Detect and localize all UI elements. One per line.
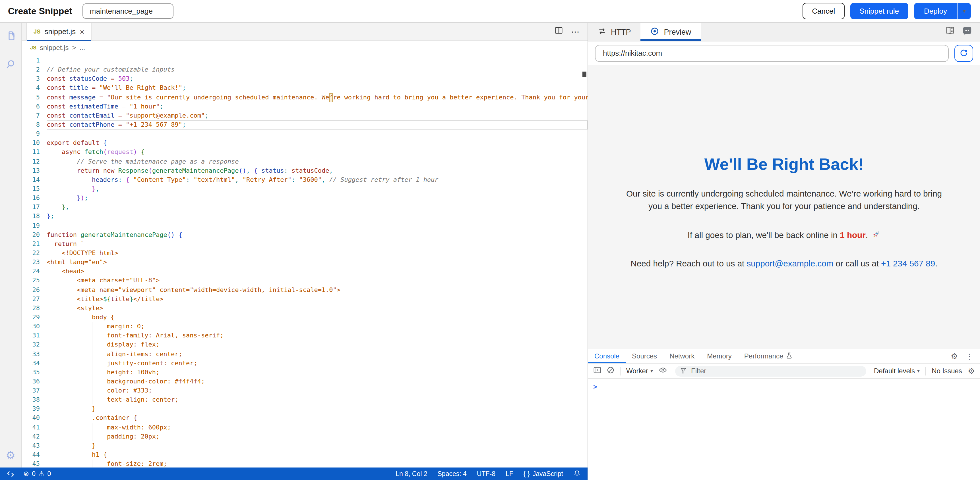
code-line[interactable]: 6const estimatedTime = "1 hour"; bbox=[22, 102, 587, 111]
snippet-name-input[interactable] bbox=[83, 3, 173, 19]
sources-tab-label[interactable]: Sources bbox=[632, 352, 657, 360]
remote-indicator-icon[interactable] bbox=[7, 470, 14, 477]
cancel-button[interactable]: Cancel bbox=[802, 3, 845, 19]
code-line[interactable]: 37color: #333; bbox=[22, 386, 587, 395]
filter-input[interactable] bbox=[690, 366, 861, 375]
clear-console-icon[interactable] bbox=[607, 366, 614, 376]
context-label[interactable]: Worker bbox=[626, 367, 648, 375]
code-line[interactable]: 29body { bbox=[22, 313, 587, 322]
code-line[interactable]: 41max-width: 600px; bbox=[22, 423, 587, 432]
code-line[interactable]: 31font-family: Arial, sans-serif; bbox=[22, 331, 587, 340]
code-line[interactable]: 3const statusCode = 503; bbox=[22, 75, 587, 84]
tab-snippet-js[interactable]: JS snippet.js × bbox=[26, 23, 92, 40]
reload-button[interactable] bbox=[955, 44, 973, 62]
devtools-tab-memory[interactable]: Memory bbox=[701, 349, 738, 363]
more-actions-icon[interactable]: ⋯ bbox=[571, 27, 581, 36]
code-line[interactable]: 13return new Response(generateMaintenanc… bbox=[22, 166, 587, 175]
live-expression-eye-icon[interactable] bbox=[659, 366, 667, 376]
eol-setting[interactable]: LF bbox=[506, 470, 513, 477]
tab-http[interactable]: HTTP bbox=[588, 23, 641, 41]
code-line[interactable]: 39} bbox=[22, 405, 587, 414]
code-line[interactable]: 23<html lang="en"> bbox=[22, 258, 587, 267]
code-line[interactable]: 21return ` bbox=[22, 240, 587, 249]
code-line[interactable]: 2// Define your customizable inputs bbox=[22, 65, 587, 74]
console-tab-label[interactable]: Console bbox=[594, 352, 619, 360]
code-line[interactable]: 27<title>${title}</title> bbox=[22, 295, 587, 304]
search-icon[interactable] bbox=[4, 58, 17, 70]
code-line[interactable]: 7const contactEmail = "support@example.c… bbox=[22, 111, 587, 120]
scrollbar-thumb[interactable] bbox=[582, 71, 586, 77]
code-line[interactable]: 45font-size: 2rem; bbox=[22, 459, 587, 467]
log-levels-label[interactable]: Default levels bbox=[874, 367, 915, 375]
support-email-link[interactable]: support@example.com bbox=[747, 259, 834, 268]
code-line[interactable]: 33align-items: center; bbox=[22, 350, 587, 359]
code-line[interactable]: 20function generateMaintenancePage() { bbox=[22, 230, 587, 239]
devtools-tab-sources[interactable]: Sources bbox=[626, 349, 663, 363]
code-line[interactable]: 22<!DOCTYPE html> bbox=[22, 249, 587, 258]
devtools-tab-network[interactable]: Network bbox=[663, 349, 701, 363]
network-tab-label[interactable]: Network bbox=[670, 352, 694, 360]
context-selector[interactable]: Worker ▾ bbox=[626, 367, 653, 375]
code-line[interactable]: 8const contactPhone = "+1 234 567 89"; bbox=[22, 120, 587, 130]
code-line[interactable]: 11async fetch(request) { bbox=[22, 148, 587, 157]
indent-setting[interactable]: Spaces: 4 bbox=[438, 470, 467, 477]
console-settings-gear-icon[interactable]: ⚙ bbox=[968, 367, 975, 375]
code-line[interactable]: 40.container { bbox=[22, 414, 587, 423]
code-line[interactable]: 5const message = "Our site is currently … bbox=[22, 93, 587, 102]
code-line[interactable]: 15}, bbox=[22, 185, 587, 194]
devtools-menu-kebab-icon[interactable]: ⋮ bbox=[966, 352, 973, 360]
http-tab-label[interactable]: HTTP bbox=[611, 27, 631, 36]
language-mode[interactable]: { } JavaScript bbox=[523, 470, 563, 477]
settings-gear-icon[interactable]: ⚙ bbox=[6, 450, 15, 461]
code-line[interactable]: 43} bbox=[22, 441, 587, 450]
code-line[interactable]: 28<style> bbox=[22, 304, 587, 313]
deploy-button[interactable]: Deploy ▾ bbox=[914, 3, 971, 19]
preview-tab-label[interactable]: Preview bbox=[664, 27, 691, 36]
tab-preview[interactable]: Preview bbox=[641, 23, 701, 41]
console-prompt-chevron[interactable]: > bbox=[593, 383, 597, 391]
phone-link[interactable]: +1 234 567 89 bbox=[881, 259, 935, 268]
code-line[interactable]: 18}; bbox=[22, 212, 587, 221]
code-line[interactable]: 14headers: { "Content-Type": "text/html"… bbox=[22, 176, 587, 185]
devtools-settings-gear-icon[interactable]: ⚙ bbox=[951, 352, 958, 360]
code-line[interactable]: 17}, bbox=[22, 203, 587, 212]
code-line[interactable]: 35height: 100vh; bbox=[22, 368, 587, 377]
code-line[interactable]: 1 bbox=[22, 56, 587, 65]
performance-tab-label[interactable]: Performance bbox=[744, 352, 783, 360]
discord-icon[interactable] bbox=[963, 26, 972, 38]
breadcrumb-file[interactable]: snippet.js bbox=[40, 44, 68, 52]
code-line[interactable]: 32display: flex; bbox=[22, 341, 587, 350]
code-line[interactable]: 4const title = "We'll Be Right Back!"; bbox=[22, 84, 587, 93]
code-line[interactable]: 9 bbox=[22, 130, 587, 139]
deploy-caret-icon[interactable]: ▾ bbox=[957, 3, 971, 19]
console-filter[interactable] bbox=[675, 366, 866, 376]
deploy-label[interactable]: Deploy bbox=[914, 3, 957, 19]
code-line[interactable]: 44h1 { bbox=[22, 450, 587, 459]
split-editor-icon[interactable] bbox=[555, 26, 563, 37]
code-line[interactable]: 26<meta name="viewport" content="width=d… bbox=[22, 285, 587, 295]
notifications-bell-icon[interactable] bbox=[573, 469, 581, 478]
code-line[interactable]: 38text-align: center; bbox=[22, 395, 587, 404]
breadcrumb[interactable]: JS snippet.js > ... bbox=[22, 41, 587, 54]
code-line[interactable]: 16}); bbox=[22, 194, 587, 203]
docs-book-icon[interactable] bbox=[945, 26, 955, 38]
encoding-setting[interactable]: UTF-8 bbox=[477, 470, 495, 477]
code-line[interactable]: 36background-color: #f4f4f4; bbox=[22, 377, 587, 386]
issues-counter[interactable]: No Issues bbox=[932, 367, 962, 375]
devtools-tab-performance[interactable]: Performance bbox=[738, 349, 799, 363]
breadcrumb-more[interactable]: ... bbox=[80, 44, 85, 52]
code-editor[interactable]: 12// Define your customizable inputs3con… bbox=[22, 54, 587, 467]
devtools-tab-console[interactable]: Console bbox=[588, 349, 626, 363]
code-line[interactable]: 25<meta charset="UTF-8"> bbox=[22, 276, 587, 285]
files-icon[interactable] bbox=[4, 30, 17, 42]
console-sidebar-toggle-icon[interactable] bbox=[593, 366, 601, 376]
cursor-position[interactable]: Ln 8, Col 2 bbox=[396, 470, 427, 477]
close-tab-icon[interactable]: × bbox=[80, 27, 84, 35]
memory-tab-label[interactable]: Memory bbox=[707, 352, 732, 360]
code-line[interactable]: 12// Serve the maintenance page as a res… bbox=[22, 157, 587, 166]
snippet-rule-button[interactable]: Snippet rule bbox=[850, 3, 908, 19]
code-line[interactable]: 19 bbox=[22, 221, 587, 230]
problems-status[interactable]: ⊗ 0 ⚠ 0 bbox=[23, 470, 51, 477]
code-line[interactable]: 10export default { bbox=[22, 139, 587, 148]
code-line[interactable]: 34justify-content: center; bbox=[22, 359, 587, 368]
